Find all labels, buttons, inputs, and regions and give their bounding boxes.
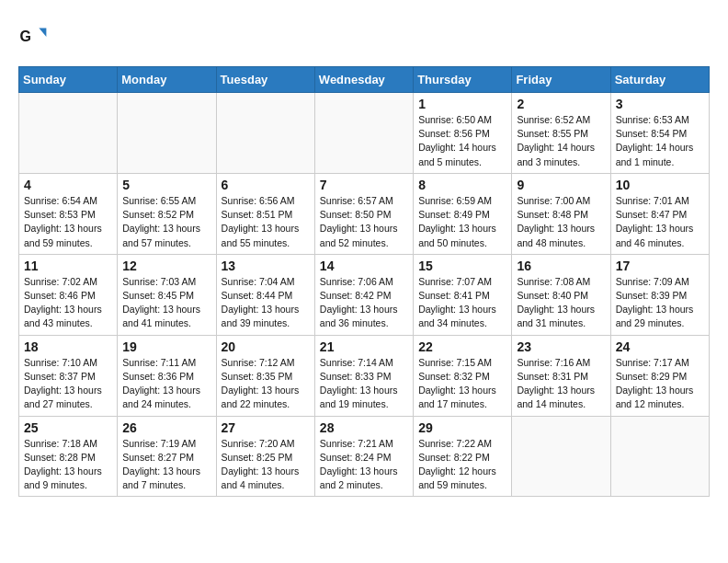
weekday-header-thursday: Thursday [414, 67, 512, 93]
day-number: 15 [418, 259, 506, 273]
day-number: 9 [517, 178, 605, 192]
calendar-cell: 18Sunrise: 7:10 AMSunset: 8:37 PMDayligh… [19, 335, 118, 416]
day-info: Sunrise: 7:12 AMSunset: 8:35 PMDaylight:… [222, 356, 310, 412]
day-info: Sunrise: 6:52 AMSunset: 8:55 PMDaylight:… [517, 113, 605, 169]
calendar-cell: 2Sunrise: 6:52 AMSunset: 8:55 PMDaylight… [512, 93, 610, 174]
day-number: 2 [517, 97, 605, 111]
calendar-cell: 21Sunrise: 7:14 AMSunset: 8:33 PMDayligh… [314, 335, 413, 416]
day-info: Sunrise: 6:55 AMSunset: 8:52 PMDaylight:… [122, 194, 210, 250]
day-info: Sunrise: 7:21 AMSunset: 8:24 PMDaylight:… [320, 437, 408, 493]
day-info: Sunrise: 6:50 AMSunset: 8:56 PMDaylight:… [418, 113, 506, 169]
day-info: Sunrise: 6:56 AMSunset: 8:51 PMDaylight:… [222, 194, 310, 250]
day-number: 8 [418, 178, 506, 192]
day-info: Sunrise: 7:11 AMSunset: 8:36 PMDaylight:… [122, 356, 210, 412]
day-number: 7 [320, 178, 408, 192]
calendar-cell: 29Sunrise: 7:22 AMSunset: 8:22 PMDayligh… [414, 416, 512, 497]
day-info: Sunrise: 7:03 AMSunset: 8:45 PMDaylight:… [122, 275, 210, 331]
day-number: 26 [122, 420, 210, 435]
calendar-cell: 4Sunrise: 6:54 AMSunset: 8:53 PMDaylight… [19, 173, 118, 254]
weekday-header-friday: Friday [512, 67, 610, 93]
day-number: 4 [24, 178, 112, 192]
day-number: 18 [24, 339, 112, 354]
day-number: 5 [122, 178, 210, 192]
calendar-cell: 28Sunrise: 7:21 AMSunset: 8:24 PMDayligh… [314, 416, 413, 497]
calendar-table: SundayMondayTuesdayWednesdayThursdayFrid… [18, 66, 710, 497]
weekday-header-wednesday: Wednesday [314, 67, 413, 93]
day-info: Sunrise: 7:07 AMSunset: 8:41 PMDaylight:… [418, 275, 506, 331]
day-number: 1 [418, 97, 506, 111]
day-info: Sunrise: 7:17 AMSunset: 8:29 PMDaylight:… [616, 356, 704, 412]
calendar-cell: 24Sunrise: 7:17 AMSunset: 8:29 PMDayligh… [610, 335, 709, 416]
calendar-cell: 13Sunrise: 7:04 AMSunset: 8:44 PMDayligh… [216, 254, 314, 335]
day-info: Sunrise: 6:57 AMSunset: 8:50 PMDaylight:… [320, 194, 408, 250]
day-number: 16 [517, 259, 605, 273]
day-number: 11 [24, 259, 112, 273]
calendar-cell: 11Sunrise: 7:02 AMSunset: 8:46 PMDayligh… [19, 254, 118, 335]
day-number: 13 [222, 259, 310, 273]
day-number: 12 [122, 259, 210, 273]
calendar-cell: 7Sunrise: 6:57 AMSunset: 8:50 PMDaylight… [314, 173, 413, 254]
day-number: 17 [616, 259, 704, 273]
calendar-week-row: 25Sunrise: 7:18 AMSunset: 8:28 PMDayligh… [19, 416, 710, 497]
weekday-header-saturday: Saturday [610, 67, 709, 93]
svg-text:G: G [20, 29, 31, 44]
day-info: Sunrise: 7:00 AMSunset: 8:48 PMDaylight:… [517, 194, 605, 250]
weekday-header-sunday: Sunday [19, 67, 118, 93]
calendar-cell: 20Sunrise: 7:12 AMSunset: 8:35 PMDayligh… [216, 335, 314, 416]
calendar-cell [118, 93, 216, 174]
calendar-cell: 1Sunrise: 6:50 AMSunset: 8:56 PMDaylight… [414, 93, 512, 174]
day-number: 24 [616, 339, 704, 354]
day-info: Sunrise: 7:02 AMSunset: 8:46 PMDaylight:… [24, 275, 112, 331]
day-number: 29 [418, 420, 506, 435]
day-number: 6 [222, 178, 310, 192]
day-number: 27 [222, 420, 310, 435]
calendar-cell: 10Sunrise: 7:01 AMSunset: 8:47 PMDayligh… [610, 173, 709, 254]
day-number: 20 [222, 339, 310, 354]
calendar-cell: 6Sunrise: 6:56 AMSunset: 8:51 PMDaylight… [216, 173, 314, 254]
day-info: Sunrise: 7:06 AMSunset: 8:42 PMDaylight:… [320, 275, 408, 331]
svg-marker-1 [39, 28, 46, 37]
day-info: Sunrise: 7:19 AMSunset: 8:27 PMDaylight:… [122, 437, 210, 493]
calendar-cell: 12Sunrise: 7:03 AMSunset: 8:45 PMDayligh… [118, 254, 216, 335]
day-info: Sunrise: 6:59 AMSunset: 8:49 PMDaylight:… [418, 194, 506, 250]
day-info: Sunrise: 7:20 AMSunset: 8:25 PMDaylight:… [222, 437, 310, 493]
calendar-cell [314, 93, 413, 174]
day-number: 25 [24, 420, 112, 435]
calendar-week-row: 18Sunrise: 7:10 AMSunset: 8:37 PMDayligh… [19, 335, 710, 416]
calendar-week-row: 1Sunrise: 6:50 AMSunset: 8:56 PMDaylight… [19, 93, 710, 174]
calendar-cell: 27Sunrise: 7:20 AMSunset: 8:25 PMDayligh… [216, 416, 314, 497]
day-number: 14 [320, 259, 408, 273]
calendar-cell: 16Sunrise: 7:08 AMSunset: 8:40 PMDayligh… [512, 254, 610, 335]
day-info: Sunrise: 7:09 AMSunset: 8:39 PMDaylight:… [616, 275, 704, 331]
day-info: Sunrise: 7:16 AMSunset: 8:31 PMDaylight:… [517, 356, 605, 412]
calendar-cell: 23Sunrise: 7:16 AMSunset: 8:31 PMDayligh… [512, 335, 610, 416]
logo: G [18, 22, 50, 52]
day-info: Sunrise: 7:08 AMSunset: 8:40 PMDaylight:… [517, 275, 605, 331]
calendar-cell: 15Sunrise: 7:07 AMSunset: 8:41 PMDayligh… [414, 254, 512, 335]
calendar-cell [610, 416, 709, 497]
calendar-cell: 25Sunrise: 7:18 AMSunset: 8:28 PMDayligh… [19, 416, 118, 497]
calendar-cell [216, 93, 314, 174]
day-info: Sunrise: 7:15 AMSunset: 8:32 PMDaylight:… [418, 356, 506, 412]
calendar-cell: 14Sunrise: 7:06 AMSunset: 8:42 PMDayligh… [314, 254, 413, 335]
day-number: 3 [616, 97, 704, 111]
calendar-cell: 17Sunrise: 7:09 AMSunset: 8:39 PMDayligh… [610, 254, 709, 335]
weekday-header-tuesday: Tuesday [216, 67, 314, 93]
day-number: 10 [616, 178, 704, 192]
calendar-header-row: SundayMondayTuesdayWednesdayThursdayFrid… [19, 67, 710, 93]
day-info: Sunrise: 6:54 AMSunset: 8:53 PMDaylight:… [24, 194, 112, 250]
day-info: Sunrise: 7:01 AMSunset: 8:47 PMDaylight:… [616, 194, 704, 250]
day-number: 28 [320, 420, 408, 435]
calendar-cell: 5Sunrise: 6:55 AMSunset: 8:52 PMDaylight… [118, 173, 216, 254]
day-number: 21 [320, 339, 408, 354]
calendar-cell: 19Sunrise: 7:11 AMSunset: 8:36 PMDayligh… [118, 335, 216, 416]
day-number: 19 [122, 339, 210, 354]
calendar-week-row: 4Sunrise: 6:54 AMSunset: 8:53 PMDaylight… [19, 173, 710, 254]
day-info: Sunrise: 7:04 AMSunset: 8:44 PMDaylight:… [222, 275, 310, 331]
calendar-cell [19, 93, 118, 174]
day-info: Sunrise: 7:10 AMSunset: 8:37 PMDaylight:… [24, 356, 112, 412]
day-info: Sunrise: 7:22 AMSunset: 8:22 PMDaylight:… [418, 437, 506, 493]
day-info: Sunrise: 6:53 AMSunset: 8:54 PMDaylight:… [616, 113, 704, 169]
calendar-cell: 8Sunrise: 6:59 AMSunset: 8:49 PMDaylight… [414, 173, 512, 254]
logo-icon: G [18, 22, 48, 52]
